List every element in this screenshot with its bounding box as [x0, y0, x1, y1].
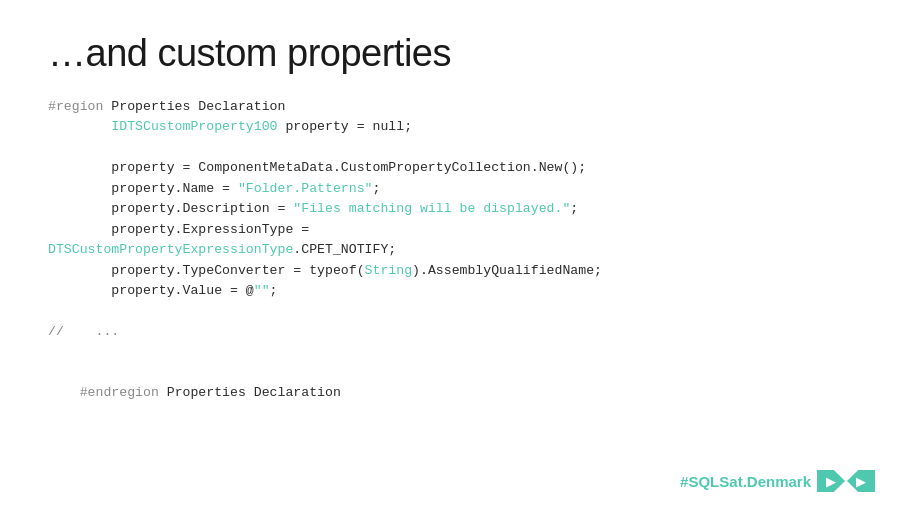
- prev-arrow-button[interactable]: ◀: [817, 470, 845, 492]
- code-region-keyword: #region: [48, 99, 111, 114]
- slide-title: …and custom properties: [48, 32, 859, 75]
- code-endregion-keyword: #endregion: [80, 385, 167, 400]
- code-comment: // ...: [48, 324, 119, 339]
- hashtag-label: #SQLSat.Denmark: [680, 473, 811, 490]
- code-endregion-label: Properties Declaration: [167, 385, 341, 400]
- code-block: #region Properties Declaration IDTSCusto…: [48, 97, 859, 404]
- left-arrow-icon: ◀: [826, 475, 836, 488]
- code-properties-declaration: Properties Declaration: [111, 99, 285, 114]
- nav-arrows: ◀ ▶: [817, 470, 875, 492]
- next-arrow-button[interactable]: ▶: [847, 470, 875, 492]
- code-type1: IDTSCustomProperty100: [111, 119, 277, 134]
- bottom-bar: #SQLSat.Denmark ◀ ▶: [680, 470, 875, 492]
- slide: …and custom properties #region Propertie…: [0, 0, 907, 510]
- right-arrow-icon: ▶: [856, 475, 866, 488]
